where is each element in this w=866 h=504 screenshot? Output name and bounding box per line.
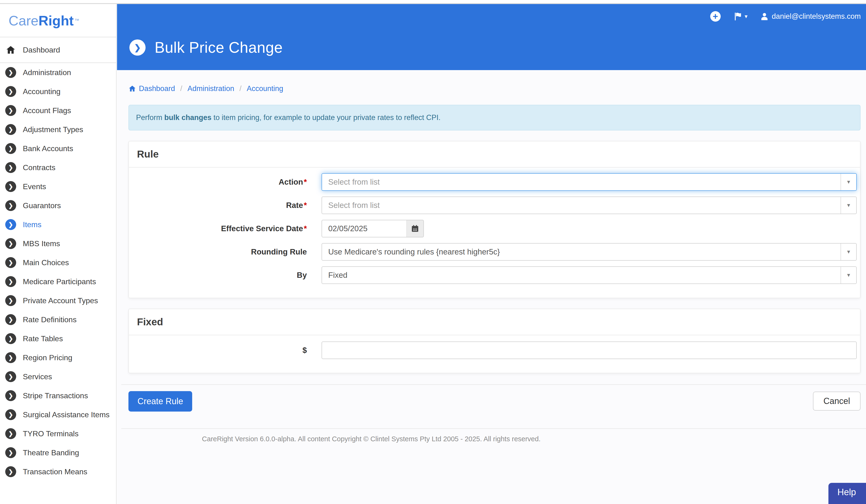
flag-menu[interactable]: ▾ (733, 12, 747, 21)
sidebar-item-label: Contracts (23, 163, 55, 172)
sidebar-item[interactable]: ❯ TYRO Terminals (0, 424, 116, 443)
chevron-circle-icon: ❯ (5, 371, 16, 382)
chevron-circle-icon: ❯ (5, 428, 16, 439)
required-mark: * (304, 224, 307, 233)
chevron-circle-icon: ❯ (5, 276, 16, 287)
sidebar-item-label: Region Pricing (23, 353, 72, 362)
sidebar-item-label: Medicare Participants (23, 277, 96, 286)
user-menu[interactable]: daniel@clintelsystems.com (760, 12, 861, 21)
footer-copyright: CareRight Version 6.0.0-alpha. All conte… (121, 429, 621, 443)
cancel-button[interactable]: Cancel (813, 392, 861, 411)
chevron-circle-icon: ❯ (5, 219, 16, 230)
sidebar-item[interactable]: ❯ Account Flags (0, 101, 116, 120)
logo-text-right: Right (38, 13, 74, 28)
chevron-circle-icon: ❯ (5, 295, 16, 306)
sidebar-nav: ❯ Administration ❯ Accounting ❯ Account … (0, 63, 116, 481)
sidebar-item-label: Surgical Assistance Items (23, 410, 110, 419)
chevron-circle-icon: ❯ (5, 181, 16, 192)
home-icon (129, 85, 136, 92)
chevron-circle-icon: ❯ (5, 333, 16, 344)
sidebar-item-dashboard[interactable]: Dashboard (0, 37, 116, 63)
sidebar-item-label: Theatre Banding (23, 448, 79, 457)
sidebar-item[interactable]: ❯ Bank Accounts (0, 139, 116, 158)
sidebar-item[interactable]: ❯ Administration (0, 63, 116, 82)
effective-service-date-label: Effective Service Date* (129, 224, 307, 233)
sidebar-item[interactable]: ❯ Adjustment Types (0, 120, 116, 139)
breadcrumb-accounting[interactable]: Accounting (247, 84, 283, 93)
chevron-circle-icon: ❯ (5, 257, 16, 268)
chevron-down-icon: ▼ (841, 267, 856, 284)
help-button[interactable]: Help (829, 483, 866, 504)
rounding-rule-select[interactable]: Use Medicare's rounding rules {nearest h… (322, 243, 857, 261)
top-strip (0, 0, 866, 4)
fixed-amount-input[interactable] (322, 342, 857, 359)
chevron-down-icon: ▼ (841, 197, 856, 214)
fixed-panel-title: Fixed (129, 309, 860, 335)
rule-panel: Rule Action* Select from list ▼ Rate* (129, 141, 861, 298)
sidebar-item[interactable]: ❯ Items (0, 215, 116, 234)
careright-logo[interactable]: CareRight™ (0, 4, 116, 37)
add-icon[interactable]: + (710, 11, 721, 22)
by-select[interactable]: Fixed ▼ (322, 266, 857, 284)
sidebar-item[interactable]: ❯ Private Account Types (0, 291, 116, 310)
sidebar-item-label: Account Flags (23, 106, 71, 115)
chevron-circle-icon: ❯ (130, 39, 146, 56)
footer: CareRight Version 6.0.0-alpha. All conte… (121, 428, 866, 443)
sidebar-item[interactable]: ❯ Main Choices (0, 253, 116, 272)
sidebar-item[interactable]: ❯ Transaction Means (0, 462, 116, 481)
form-actions: Create Rule Cancel (129, 391, 861, 412)
chevron-circle-icon: ❯ (5, 314, 16, 325)
sidebar-item[interactable]: ❯ Rate Definitions (0, 310, 116, 329)
calendar-button[interactable] (407, 220, 424, 237)
chevron-down-icon: ▼ (841, 243, 856, 260)
sidebar: CareRight™ Dashboard ❯ Administration ❯ … (0, 4, 116, 504)
sidebar-item[interactable]: ❯ Stripe Transactions (0, 386, 116, 405)
sidebar-item-label: Accounting (23, 87, 60, 96)
user-email: daniel@clintelsystems.com (772, 12, 861, 21)
chevron-down-icon: ▾ (745, 13, 747, 20)
sidebar-item-label: Adjustment Types (23, 125, 83, 134)
chevron-circle-icon: ❯ (5, 162, 16, 173)
fixed-panel: Fixed $ (129, 309, 861, 373)
action-label: Action* (129, 177, 307, 186)
breadcrumb-dashboard[interactable]: Dashboard (129, 84, 175, 93)
sidebar-item[interactable]: ❯ Rate Tables (0, 329, 116, 348)
sidebar-item-label: Items (23, 220, 41, 229)
by-row: By Fixed ▼ (129, 266, 860, 284)
rounding-rule-row: Rounding Rule Use Medicare's rounding ru… (129, 243, 860, 261)
sidebar-item[interactable]: ❯ Contracts (0, 158, 116, 177)
page-header-banner: + ▾ daniel@clintelsystems.com ❯ Bulk Pri… (117, 4, 866, 70)
required-mark: * (304, 201, 307, 209)
sidebar-item-label: Guarantors (23, 201, 61, 210)
rate-row: Rate* Select from list ▼ (129, 196, 860, 214)
effective-service-date-input[interactable]: 02/05/2025 (322, 220, 407, 237)
rounding-rule-select-value: Use Medicare's rounding rules {nearest h… (322, 243, 841, 260)
sidebar-item-label: Services (23, 373, 52, 381)
sidebar-item[interactable]: ❯ Surgical Assistance Items (0, 405, 116, 424)
sidebar-item-label: Dashboard (23, 46, 60, 54)
sidebar-item-label: Stripe Transactions (23, 391, 88, 400)
breadcrumb-separator: / (240, 84, 242, 93)
rate-select[interactable]: Select from list ▼ (322, 196, 857, 214)
chevron-circle-icon: ❯ (5, 447, 16, 458)
by-label: By (129, 271, 307, 280)
sidebar-item[interactable]: ❯ Medicare Participants (0, 272, 116, 291)
sidebar-item-label: Rate Definitions (23, 315, 77, 324)
sidebar-item[interactable]: ❯ Guarantors (0, 196, 116, 215)
main-content: Dashboard / Administration / Accounting … (117, 70, 866, 504)
sidebar-item[interactable]: ❯ Theatre Banding (0, 443, 116, 462)
breadcrumb-administration[interactable]: Administration (187, 84, 234, 93)
sidebar-item[interactable]: ❯ Events (0, 177, 116, 196)
create-rule-button[interactable]: Create Rule (129, 391, 192, 412)
amount-row: $ (129, 342, 860, 359)
sidebar-item[interactable]: ❯ Services (0, 367, 116, 386)
action-select[interactable]: Select from list ▼ (322, 173, 857, 191)
sidebar-item[interactable]: ❯ Region Pricing (0, 348, 116, 367)
chevron-circle-icon: ❯ (5, 200, 16, 211)
sidebar-item[interactable]: ❯ MBS Items (0, 234, 116, 253)
sidebar-item[interactable]: ❯ Accounting (0, 82, 116, 101)
logo-trademark: ™ (75, 18, 79, 23)
currency-label: $ (129, 346, 307, 355)
chevron-circle-icon: ❯ (5, 67, 16, 78)
chevron-circle-icon: ❯ (5, 466, 16, 477)
